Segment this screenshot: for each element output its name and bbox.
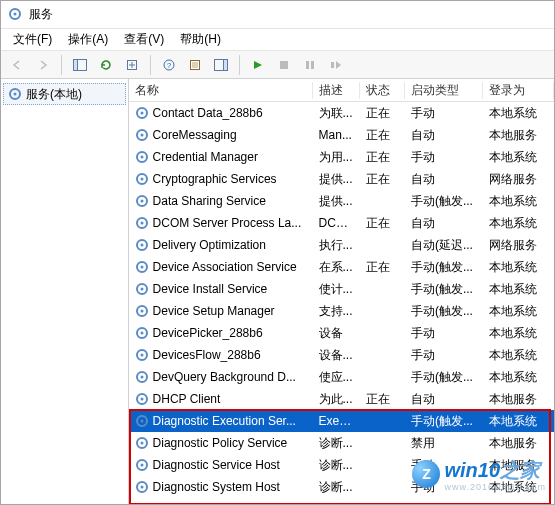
menu-file[interactable]: 文件(F): [5, 29, 60, 50]
nav-back-button[interactable]: [5, 53, 29, 77]
show-hide-tree-button[interactable]: [68, 53, 92, 77]
service-logon: 本地系统: [483, 325, 554, 342]
column-start[interactable]: 启动类型: [405, 82, 483, 99]
svg-rect-16: [331, 62, 334, 68]
service-desc: 为此...: [313, 391, 360, 408]
service-row[interactable]: Device Install Service使计...手动(触发...本地系统: [129, 278, 554, 300]
service-desc: 诊断...: [313, 435, 360, 452]
service-row[interactable]: DCOM Server Process La...DCO...正在自动本地系统: [129, 212, 554, 234]
service-desc: 为用...: [313, 149, 360, 166]
svg-rect-15: [311, 61, 314, 69]
service-desc: 维护...: [313, 501, 360, 504]
svg-point-40: [140, 332, 143, 335]
service-row[interactable]: DevicePicker_288b6设备手动本地系统: [129, 322, 554, 344]
properties-button[interactable]: [183, 53, 207, 77]
gear-icon: [135, 458, 149, 472]
service-row[interactable]: Cryptographic Services提供...正在自动网络服务: [129, 168, 554, 190]
content-body: 服务(本地) 名称 描述 状态 启动类型 登录为 Contact Data_28…: [1, 79, 554, 504]
help-button[interactable]: ?: [157, 53, 181, 77]
start-service-button[interactable]: [246, 53, 270, 77]
service-row[interactable]: Credential Manager为用...正在手动本地系统: [129, 146, 554, 168]
column-name[interactable]: 名称: [129, 82, 313, 99]
service-row[interactable]: Delivery Optimization执行...自动(延迟...网络服务: [129, 234, 554, 256]
service-logon: 网络服务: [483, 237, 554, 254]
service-name: Credential Manager: [153, 150, 258, 164]
service-desc: Exec...: [313, 414, 360, 428]
service-name: Diagnostic System Host: [153, 480, 280, 494]
column-desc[interactable]: 描述: [313, 82, 360, 99]
service-desc: 设备: [313, 325, 360, 342]
service-desc: 诊断...: [313, 479, 360, 496]
service-row[interactable]: DevQuery Background D...使应...手动(触发...本地系…: [129, 366, 554, 388]
service-status: 正在: [360, 501, 405, 504]
gear-icon: [135, 502, 149, 504]
gear-icon: [135, 106, 149, 120]
svg-rect-3: [74, 59, 78, 70]
service-row[interactable]: Diagnostic Policy Service诊断...禁用本地服务: [129, 432, 554, 454]
service-row[interactable]: CoreMessagingMan...正在自动本地服务: [129, 124, 554, 146]
toolbar-separator: [239, 55, 240, 75]
service-row[interactable]: Diagnostic System Host诊断...手动本地系统: [129, 476, 554, 498]
svg-point-18: [14, 93, 17, 96]
service-logon: 本地系统: [483, 479, 554, 496]
gear-icon: [135, 370, 149, 384]
service-row[interactable]: Device Association Service在系...正在手动(触发..…: [129, 256, 554, 278]
titlebar: 服务: [1, 1, 554, 29]
nav-forward-button[interactable]: [31, 53, 55, 77]
service-row[interactable]: DevicesFlow_288b6设备...手动本地系统: [129, 344, 554, 366]
service-row[interactable]: Diagnostic Execution Ser...Exec...手动(触发.…: [129, 410, 554, 432]
window-title: 服务: [29, 6, 53, 23]
restart-service-button[interactable]: [324, 53, 348, 77]
gear-icon: [135, 326, 149, 340]
service-row[interactable]: Contact Data_288b6为联...正在手动本地系统: [129, 102, 554, 124]
menu-help[interactable]: 帮助(H): [172, 29, 229, 50]
svg-point-26: [140, 178, 143, 181]
service-name: Contact Data_288b6: [153, 106, 263, 120]
service-list[interactable]: 名称 描述 状态 启动类型 登录为 Contact Data_288b6为联..…: [129, 79, 554, 504]
service-start: 手动(触发...: [405, 303, 483, 320]
service-logon: 本地系统: [483, 303, 554, 320]
tree-node-services-local[interactable]: 服务(本地): [3, 83, 126, 105]
service-name: Diagnostic Policy Service: [153, 436, 288, 450]
pause-service-button[interactable]: [298, 53, 322, 77]
action-pane-button[interactable]: [209, 53, 233, 77]
gear-icon: [135, 282, 149, 296]
service-name: CoreMessaging: [153, 128, 237, 142]
service-start: 自动: [405, 391, 483, 408]
svg-rect-12: [224, 59, 228, 70]
service-status: 正在: [360, 149, 405, 166]
toolbar: ?: [1, 51, 554, 79]
column-logon[interactable]: 登录为: [483, 82, 554, 99]
service-desc: DCO...: [313, 216, 360, 230]
column-status[interactable]: 状态: [360, 82, 405, 99]
svg-point-48: [140, 420, 143, 423]
service-row[interactable]: Diagnostic Service Host诊断...手动本地服务: [129, 454, 554, 476]
menu-action[interactable]: 操作(A): [60, 29, 116, 50]
gear-icon: [135, 194, 149, 208]
service-logon: 网络服务: [483, 171, 554, 188]
service-logon: 本地系统: [483, 193, 554, 210]
service-status: 正在: [360, 127, 405, 144]
stop-service-button[interactable]: [272, 53, 296, 77]
service-start: 自动: [405, 501, 483, 504]
refresh-all-button[interactable]: [94, 53, 118, 77]
gear-icon: [135, 414, 149, 428]
menubar: 文件(F) 操作(A) 查看(V) 帮助(H): [1, 29, 554, 51]
svg-point-28: [140, 200, 143, 203]
svg-rect-13: [280, 61, 288, 69]
export-list-button[interactable]: [120, 53, 144, 77]
gear-icon: [135, 238, 149, 252]
service-name: Diagnostic Service Host: [153, 458, 280, 472]
service-start: 自动(延迟...: [405, 237, 483, 254]
service-desc: 诊断...: [313, 457, 360, 474]
gear-icon: [135, 216, 149, 230]
service-row[interactable]: Data Sharing Service提供...手动(触发...本地系统: [129, 190, 554, 212]
gear-icon: [135, 172, 149, 186]
service-row[interactable]: Distributed Link Tracking...维护...正在自动本地系…: [129, 498, 554, 504]
service-row[interactable]: DHCP Client为此...正在自动本地服务: [129, 388, 554, 410]
service-row[interactable]: Device Setup Manager支持...手动(触发...本地系统: [129, 300, 554, 322]
service-status: 正在: [360, 215, 405, 232]
menu-view[interactable]: 查看(V): [116, 29, 172, 50]
service-status: 正在: [360, 171, 405, 188]
service-logon: 本地系统: [483, 259, 554, 276]
